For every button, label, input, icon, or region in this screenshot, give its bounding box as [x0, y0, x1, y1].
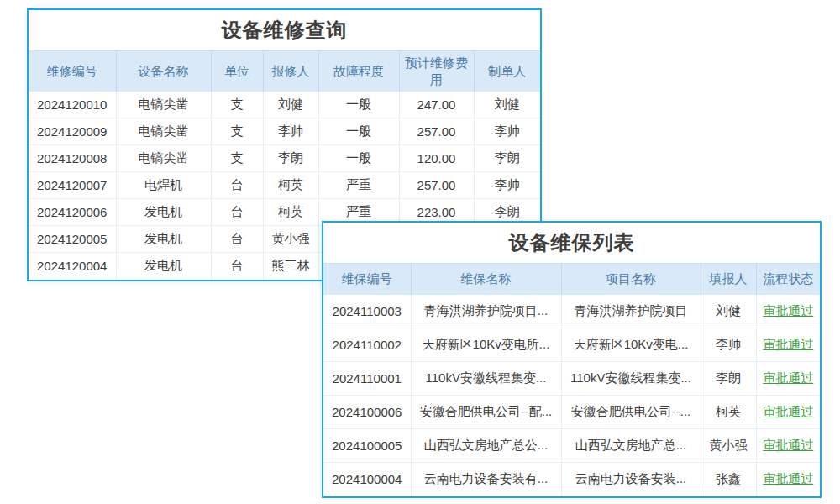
severity-cell: 一般 [318, 145, 399, 172]
maintenance-name-cell: 山西弘文房地产总公... [411, 429, 561, 463]
cost-cell: 257.00 [399, 172, 474, 199]
column-header-1: 维保名称 [411, 264, 561, 295]
maintenance-panel-title: 设备维保列表 [323, 223, 820, 263]
column-header-3: 报修人 [263, 51, 318, 92]
equipment-name-cell: 电镐尖凿 [116, 92, 211, 118]
unit-cell: 台 [211, 172, 263, 199]
status-link[interactable]: 审批通过 [763, 303, 813, 318]
maintenance-id-cell: 2024100006 [323, 396, 411, 429]
filler-cell: 刘健 [701, 295, 756, 328]
maintenance-id-cell: 2024110003 [323, 295, 411, 328]
maintenance-name-cell: 云南电力设备安装有... [411, 463, 561, 496]
page-background: 设备维修查询 维修编号设备名称单位报修人故障程度预计维修费用制单人2024120… [0, 0, 840, 504]
creator-cell: 李朗 [474, 145, 540, 172]
project-name-cell: 云南电力设备安装... [561, 463, 701, 496]
table-row: 2024120008电镐尖凿支李朗一般120.00李朗 [29, 145, 540, 172]
repair-id-cell: 2024120007 [29, 172, 116, 199]
status-link[interactable]: 审批通过 [763, 471, 813, 486]
cost-cell: 257.00 [399, 118, 474, 145]
severity-cell: 严重 [318, 172, 399, 199]
equipment-name-cell: 发电机 [116, 253, 211, 280]
maintenance-name-cell: 安徽合肥供电公司--配... [411, 396, 561, 429]
column-header-1: 设备名称 [116, 51, 211, 92]
creator-cell: 李帅 [474, 172, 540, 199]
unit-cell: 台 [211, 226, 263, 253]
reporter-cell: 熊三林 [263, 253, 318, 280]
filler-cell: 李朗 [701, 362, 756, 396]
repair-id-cell: 2024120004 [29, 253, 116, 280]
table-row: 2024100006安徽合肥供电公司--配...安徽合肥供电公司--...柯英审… [323, 396, 820, 429]
column-header-4: 故障程度 [318, 51, 399, 92]
cost-cell: 247.00 [399, 92, 474, 118]
header-row: 维保编号维保名称项目名称填报人流程状态 [323, 264, 820, 295]
repair-id-cell: 2024120006 [29, 199, 116, 226]
equipment-name-cell: 发电机 [116, 199, 211, 226]
filler-cell: 柯英 [701, 396, 756, 429]
project-name-cell: 110kV安徽线程集变... [561, 362, 701, 396]
repair-id-cell: 2024120009 [29, 118, 116, 145]
maintenance-id-cell: 2024100005 [323, 429, 411, 463]
reporter-cell: 柯英 [263, 172, 318, 199]
column-header-6: 制单人 [474, 51, 540, 92]
table-row: 2024100004云南电力设备安装有...云南电力设备安装...张鑫审批通过 [323, 463, 820, 496]
filler-cell: 李帅 [701, 328, 756, 362]
project-name-cell: 天府新区10Kv变电... [561, 328, 701, 362]
column-header-5: 预计维修费用 [399, 51, 474, 92]
column-header-3: 填报人 [701, 264, 756, 295]
creator-cell: 刘健 [474, 92, 540, 118]
status-link[interactable]: 审批通过 [763, 370, 813, 385]
maintenance-name-cell: 110kV安徽线程集变... [411, 362, 561, 396]
project-name-cell: 青海洪湖养护院项目 [561, 295, 701, 328]
column-header-0: 维保编号 [323, 264, 411, 295]
equipment-name-cell: 发电机 [116, 226, 211, 253]
column-header-2: 单位 [211, 51, 263, 92]
reporter-cell: 李朗 [263, 145, 318, 172]
unit-cell: 台 [211, 253, 263, 280]
reporter-cell: 黄小强 [263, 226, 318, 253]
table-row: 2024110002天府新区10Kv变电所...天府新区10Kv变电...李帅审… [323, 328, 820, 362]
column-header-0: 维修编号 [29, 51, 116, 92]
table-row: 2024120010电镐尖凿支刘健一般247.00刘健 [29, 92, 540, 118]
severity-cell: 一般 [318, 118, 399, 145]
table-row: 2024120007电焊机台柯英严重257.00李帅 [29, 172, 540, 199]
maintenance-id-cell: 2024100004 [323, 463, 411, 496]
reporter-cell: 柯英 [263, 199, 318, 226]
reporter-cell: 刘健 [263, 92, 318, 118]
repair-id-cell: 2024120010 [29, 92, 116, 118]
status-link[interactable]: 审批通过 [763, 337, 813, 351]
status-cell: 审批通过 [756, 463, 820, 496]
table-row: 2024100005山西弘文房地产总公...山西弘文房地产总...黄小强审批通过 [323, 429, 820, 463]
severity-cell: 一般 [318, 92, 399, 118]
repair-id-cell: 2024120008 [29, 145, 116, 172]
table-row: 2024110001110kV安徽线程集变...110kV安徽线程集变...李朗… [323, 362, 820, 396]
equipment-name-cell: 电镐尖凿 [116, 118, 211, 145]
column-header-2: 项目名称 [561, 264, 701, 295]
status-cell: 审批通过 [756, 362, 820, 396]
repair-id-cell: 2024120005 [29, 226, 116, 253]
filler-cell: 张鑫 [701, 463, 756, 496]
status-cell: 审批通过 [756, 328, 820, 362]
column-header-4: 流程状态 [756, 264, 820, 295]
creator-cell: 李帅 [474, 118, 540, 145]
table-row: 2024120009电镐尖凿支李帅一般257.00李帅 [29, 118, 540, 145]
status-cell: 审批通过 [756, 295, 820, 328]
status-link[interactable]: 审批通过 [763, 404, 813, 418]
maintenance-name-cell: 天府新区10Kv变电所... [411, 328, 561, 362]
project-name-cell: 山西弘文房地产总... [561, 429, 701, 463]
unit-cell: 台 [211, 199, 263, 226]
cost-cell: 120.00 [399, 145, 474, 172]
unit-cell: 支 [211, 145, 263, 172]
equipment-name-cell: 电镐尖凿 [116, 145, 211, 172]
maintenance-id-cell: 2024110001 [323, 362, 411, 396]
unit-cell: 支 [211, 118, 263, 145]
maintenance-table: 维保编号维保名称项目名称填报人流程状态2024110003青海洪湖养护院项目..… [323, 263, 820, 496]
filler-cell: 黄小强 [701, 429, 756, 463]
status-link[interactable]: 审批通过 [763, 438, 813, 452]
maintenance-name-cell: 青海洪湖养护院项目... [411, 295, 561, 328]
reporter-cell: 李帅 [263, 118, 318, 145]
unit-cell: 支 [211, 92, 263, 118]
repair-panel-title: 设备维修查询 [29, 10, 540, 50]
maintenance-list-panel: 设备维保列表 维保编号维保名称项目名称填报人流程状态2024110003青海洪湖… [322, 221, 822, 498]
maintenance-id-cell: 2024110002 [323, 328, 411, 362]
equipment-name-cell: 电焊机 [116, 172, 211, 199]
